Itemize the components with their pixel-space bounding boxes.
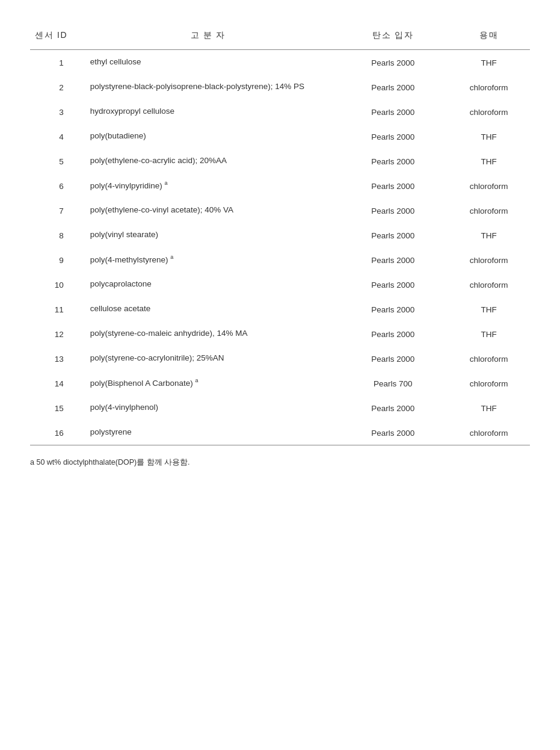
table-row: 4poly(butadiene)Pearls 2000THF (30, 124, 530, 149)
cell-polymer: poly(vinyl stearate) (78, 223, 339, 247)
cell-solvent: THF (448, 297, 530, 321)
data-body-table: 1ethyl cellulosePearls 2000THF2polystyre… (30, 50, 530, 445)
cell-id: 2 (30, 75, 78, 99)
cell-solvent: THF (448, 50, 530, 75)
table-row: 8poly(vinyl stearate)Pearls 2000THF (30, 223, 530, 247)
cell-solvent: chloroform (448, 198, 530, 223)
cell-carbon: Pearls 2000 (338, 297, 448, 321)
table-row: 5poly(ethylene-co-acrylic acid); 20%AAPe… (30, 149, 530, 173)
cell-solvent: THF (448, 321, 530, 346)
cell-carbon: Pearls 2000 (338, 223, 448, 247)
table-row: 11cellulose acetatePearls 2000THF (30, 297, 530, 321)
cell-polymer: ethyl cellulose (78, 50, 339, 75)
cell-carbon: Pearls 2000 (338, 395, 448, 420)
cell-carbon: Pearls 700 (338, 371, 448, 395)
cell-carbon: Pearls 2000 (338, 198, 448, 223)
cell-polymer: polycaprolactone (78, 272, 339, 297)
cell-polymer: poly(4-vinylphenol) (78, 395, 339, 420)
cell-carbon: Pearls 2000 (338, 420, 448, 445)
table-header-row: 센서 ID 고 분 자 탄소 입자 용매 (30, 24, 530, 49)
cell-carbon: Pearls 2000 (338, 272, 448, 297)
header-id: 센서 ID (30, 24, 78, 49)
footnote: a 50 wt% dioctylphthalate(DOP)를 함께 사용함. (30, 456, 530, 468)
cell-id: 13 (30, 346, 78, 371)
cell-id: 10 (30, 272, 78, 297)
table-row: 1ethyl cellulosePearls 2000THF (30, 50, 530, 75)
cell-id: 4 (30, 124, 78, 149)
cell-id: 11 (30, 297, 78, 321)
cell-id: 9 (30, 247, 78, 272)
table-row: 3hydroxypropyl cellulosePearls 2000chlor… (30, 99, 530, 124)
cell-solvent: THF (448, 149, 530, 173)
table-row: 13poly(styrene-co-acrylonitrile); 25%ANP… (30, 346, 530, 371)
cell-id: 7 (30, 198, 78, 223)
cell-solvent: chloroform (448, 75, 530, 99)
cell-solvent: chloroform (448, 272, 530, 297)
table-container: 센서 ID 고 분 자 탄소 입자 용매 1ethyl cellulosePea… (30, 24, 530, 468)
cell-polymer: polystyrene-black-polyisoprene-black-pol… (78, 75, 339, 99)
cell-solvent: chloroform (448, 99, 530, 124)
cell-polymer: poly(Bisphenol A Carbonate) a (78, 371, 339, 395)
header-polymer: 고 분 자 (78, 24, 339, 49)
footer-divider (30, 445, 530, 445)
header-carbon: 탄소 입자 (338, 24, 448, 49)
cell-polymer: poly(butadiene) (78, 124, 339, 149)
cell-polymer: poly(ethylene-co-acrylic acid); 20%AA (78, 149, 339, 173)
cell-solvent: chloroform (448, 371, 530, 395)
cell-id: 15 (30, 395, 78, 420)
cell-carbon: Pearls 2000 (338, 173, 448, 198)
cell-polymer: hydroxypropyl cellulose (78, 99, 339, 124)
cell-carbon: Pearls 2000 (338, 149, 448, 173)
cell-id: 8 (30, 223, 78, 247)
cell-carbon: Pearls 2000 (338, 75, 448, 99)
table-row: 10polycaprolactonePearls 2000chloroform (30, 272, 530, 297)
cell-solvent: THF (448, 395, 530, 420)
cell-polymer: poly(4-vinylpyridine) a (78, 173, 339, 198)
cell-carbon: Pearls 2000 (338, 99, 448, 124)
cell-id: 1 (30, 50, 78, 75)
header-solvent: 용매 (448, 24, 530, 49)
cell-solvent: chloroform (448, 346, 530, 371)
cell-solvent: THF (448, 223, 530, 247)
cell-solvent: chloroform (448, 420, 530, 445)
cell-id: 6 (30, 173, 78, 198)
cell-polymer: poly(ethylene-co-vinyl acetate); 40% VA (78, 198, 339, 223)
cell-id: 5 (30, 149, 78, 173)
cell-polymer: poly(styrene-co-acrylonitrile); 25%AN (78, 346, 339, 371)
cell-polymer: cellulose acetate (78, 297, 339, 321)
cell-carbon: Pearls 2000 (338, 50, 448, 75)
table-row: 9poly(4-methylstyrene) aPearls 2000chlor… (30, 247, 530, 272)
table-row: 16polystyrenePearls 2000chloroform (30, 420, 530, 445)
cell-carbon: Pearls 2000 (338, 124, 448, 149)
cell-id: 3 (30, 99, 78, 124)
cell-carbon: Pearls 2000 (338, 346, 448, 371)
cell-carbon: Pearls 2000 (338, 247, 448, 272)
cell-carbon: Pearls 2000 (338, 321, 448, 346)
table-row: 12poly(styrene-co-maleic anhydride), 14%… (30, 321, 530, 346)
data-table: 센서 ID 고 분 자 탄소 입자 용매 (30, 24, 530, 49)
table-row: 15poly(4-vinylphenol)Pearls 2000THF (30, 395, 530, 420)
cell-polymer: poly(4-methylstyrene) a (78, 247, 339, 272)
table-row: 14poly(Bisphenol A Carbonate) aPearls 70… (30, 371, 530, 395)
cell-solvent: chloroform (448, 247, 530, 272)
cell-solvent: THF (448, 124, 530, 149)
table-body: 1ethyl cellulosePearls 2000THF2polystyre… (30, 50, 530, 445)
cell-id: 14 (30, 371, 78, 395)
table-row: 2polystyrene-black-polyisoprene-black-po… (30, 75, 530, 99)
cell-id: 12 (30, 321, 78, 346)
cell-polymer: poly(styrene-co-maleic anhydride), 14% M… (78, 321, 339, 346)
table-row: 7poly(ethylene-co-vinyl acetate); 40% VA… (30, 198, 530, 223)
cell-polymer: polystyrene (78, 420, 339, 445)
table-row: 6poly(4-vinylpyridine) aPearls 2000chlor… (30, 173, 530, 198)
cell-solvent: chloroform (448, 173, 530, 198)
cell-id: 16 (30, 420, 78, 445)
